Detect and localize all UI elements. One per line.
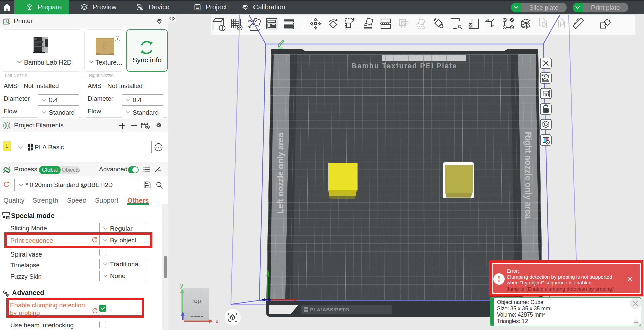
svg-text:Left nozzle only area: Left nozzle only area bbox=[276, 132, 285, 214]
svg-text:i: i bbox=[117, 37, 118, 41]
svg-text:Bambu Textured PEI Plate: Bambu Textured PEI Plate bbox=[351, 62, 457, 70]
svg-text:Top: Top bbox=[191, 298, 201, 304]
svg-text:x: x bbox=[216, 319, 218, 324]
svg-text:PLA/ABS/PETG: PLA/ABS/PETG bbox=[310, 307, 349, 312]
svg-text:y: y bbox=[180, 283, 183, 289]
svg-text:Right nozzle only area: Right nozzle only area bbox=[523, 132, 533, 219]
